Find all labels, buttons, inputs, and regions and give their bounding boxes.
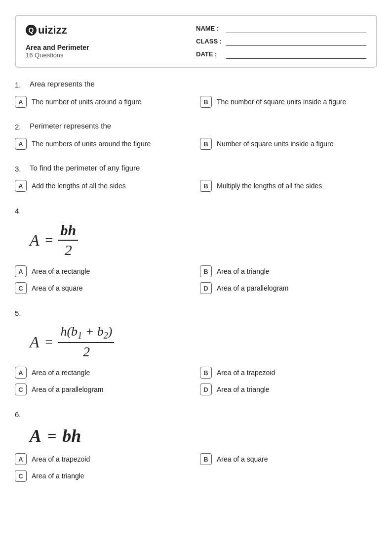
name-input[interactable] [226, 24, 366, 33]
q3-badge-b: B [200, 180, 212, 192]
q6-formula: A = bh [30, 426, 377, 446]
q6-option-c[interactable]: C Area of a triangle [15, 470, 192, 482]
question-1: 1. Area represents the A The number of u… [15, 80, 377, 108]
question-5: 5. A = h(b1 + b2) 2 A Area of a rectangl… [15, 308, 377, 395]
q6-options: A Area of a trapezoid B Area of a square… [15, 453, 377, 482]
q6-row: 6. [15, 409, 377, 419]
question-3: 3. To find the perimeter of any figure A… [15, 164, 377, 192]
q4-text-d: Area of a parallelogram [217, 284, 289, 292]
q4-badge-c: C [15, 282, 27, 294]
header-box: Q uizizz Area and Perimeter 16 Questions… [15, 15, 377, 68]
q3-option-b[interactable]: B Multiply the lengths of all the sides [200, 180, 377, 192]
q4-option-c[interactable]: C Area of a square [15, 282, 192, 294]
date-input[interactable] [226, 50, 366, 59]
q5-text-a: Area of a rectangle [32, 369, 90, 377]
q4-number: 4. [15, 206, 30, 215]
formula-trapezoid: A = h(b1 + b2) 2 [30, 324, 377, 360]
q5-badge-a: A [15, 367, 27, 379]
q5-options: A Area of a rectangle B Area of a trapez… [15, 367, 377, 395]
quiz-subtitle: 16 Questions [26, 51, 196, 59]
q2-text-a: The numbers of units around the figure [32, 140, 151, 148]
q4-option-a[interactable]: A Area of a rectangle [15, 265, 192, 277]
q1-option-a[interactable]: A The number of units around a figure [15, 96, 192, 108]
q2-text-b: Number of square units inside a figure [217, 140, 334, 148]
q4-option-b[interactable]: B Area of a triangle [200, 265, 377, 277]
q2-text: Perimeter represents the [30, 122, 377, 130]
q4-badge-d: D [200, 282, 212, 294]
q6-badge-c: C [15, 470, 27, 482]
q3-text: To find the perimeter of any figure [30, 164, 377, 172]
q1-row: 1. Area represents the [15, 80, 377, 89]
q4-row: 4. [15, 206, 377, 215]
q2-row: 2. Perimeter represents the [15, 122, 377, 131]
header-left: Q uizizz Area and Perimeter 16 Questions [26, 24, 196, 59]
q5-text-c: Area of a parallelogram [32, 385, 104, 393]
q6-text-c: Area of a triangle [32, 472, 84, 480]
q2-option-a[interactable]: A The numbers of units around the figure [15, 138, 192, 150]
q3-option-a[interactable]: A Add the lengths of all the sides [15, 180, 192, 192]
q1-number: 1. [15, 80, 30, 89]
q5-text-d: Area of a triangle [217, 385, 270, 393]
q4-formula: A = bh 2 [30, 222, 377, 258]
q3-row: 3. To find the perimeter of any figure [15, 164, 377, 173]
class-input[interactable] [226, 37, 366, 46]
question-4: 4. A = bh 2 A Area of a rectangle B Area… [15, 206, 377, 294]
question-2: 2. Perimeter represents the A The number… [15, 122, 377, 150]
q3-badge-a: A [15, 180, 27, 192]
class-label: CLASS : [196, 38, 223, 45]
q1-text-b: The number of square units inside a figu… [217, 98, 346, 106]
q1-option-b[interactable]: B The number of square units inside a fi… [200, 96, 377, 108]
q6-text-a: Area of a trapezoid [32, 455, 90, 463]
q5-formula: A = h(b1 + b2) 2 [30, 324, 377, 360]
q6-badge-a: A [15, 453, 27, 465]
q1-text-a: The number of units around a figure [32, 98, 142, 106]
q3-number: 3. [15, 164, 30, 173]
q2-badge-b: B [200, 138, 212, 150]
fraction-trapezoid: h(b1 + b2) 2 [58, 324, 114, 360]
question-6: 6. A = bh A Area of a trapezoid B Area o… [15, 409, 377, 482]
q5-text-b: Area of a trapezoid [217, 369, 275, 377]
name-label: NAME : [196, 25, 223, 32]
q6-badge-b: B [200, 453, 212, 465]
q5-option-d[interactable]: D Area of a triangle [200, 384, 377, 395]
q2-options: A The numbers of units around the figure… [15, 138, 377, 150]
q5-option-c[interactable]: C Area of a parallelogram [15, 384, 192, 395]
quiz-title: Area and Perimeter [26, 43, 196, 51]
q1-badge-a: A [15, 96, 27, 108]
date-label: DATE : [196, 50, 223, 58]
q4-text-b: Area of a triangle [217, 267, 270, 275]
fraction-bh-2: bh 2 [58, 222, 78, 258]
q5-badge-b: B [200, 367, 212, 379]
q2-option-b[interactable]: B Number of square units inside a figure [200, 138, 377, 150]
q2-number: 2. [15, 122, 30, 131]
q6-option-b[interactable]: B Area of a square [200, 453, 377, 465]
header-right: NAME : CLASS : DATE : [196, 24, 366, 59]
q2-badge-a: A [15, 138, 27, 150]
q3-text-a: Add the lengths of all the sides [32, 182, 126, 190]
logo-icon: Q [26, 25, 37, 36]
q5-row: 5. [15, 308, 377, 317]
q6-number: 6. [15, 409, 30, 419]
q6-option-a[interactable]: A Area of a trapezoid [15, 453, 192, 465]
name-field-row: NAME : [196, 24, 366, 33]
formula-triangle: A = bh 2 [30, 222, 377, 258]
logo-text: uizizz [38, 24, 67, 37]
q1-text: Area represents the [30, 80, 377, 88]
q4-text-a: Area of a rectangle [32, 267, 90, 275]
date-field-row: DATE : [196, 50, 366, 59]
formula-parallelogram: A = bh [30, 426, 377, 446]
class-field-row: CLASS : [196, 37, 366, 46]
q3-options: A Add the lengths of all the sides B Mul… [15, 180, 377, 192]
q1-badge-b: B [200, 96, 212, 108]
q5-option-b[interactable]: B Area of a trapezoid [200, 367, 377, 379]
q1-options: A The number of units around a figure B … [15, 96, 377, 108]
q5-badge-c: C [15, 384, 27, 395]
q5-option-a[interactable]: A Area of a rectangle [15, 367, 192, 379]
q4-option-d[interactable]: D Area of a parallelogram [200, 282, 377, 294]
quizizz-logo: Q uizizz [26, 24, 196, 37]
q4-text-c: Area of a square [32, 284, 83, 292]
q5-number: 5. [15, 308, 30, 317]
q5-badge-d: D [200, 384, 212, 395]
q3-text-b: Multiply the lengths of all the sides [217, 182, 322, 190]
q4-badge-a: A [15, 265, 27, 277]
